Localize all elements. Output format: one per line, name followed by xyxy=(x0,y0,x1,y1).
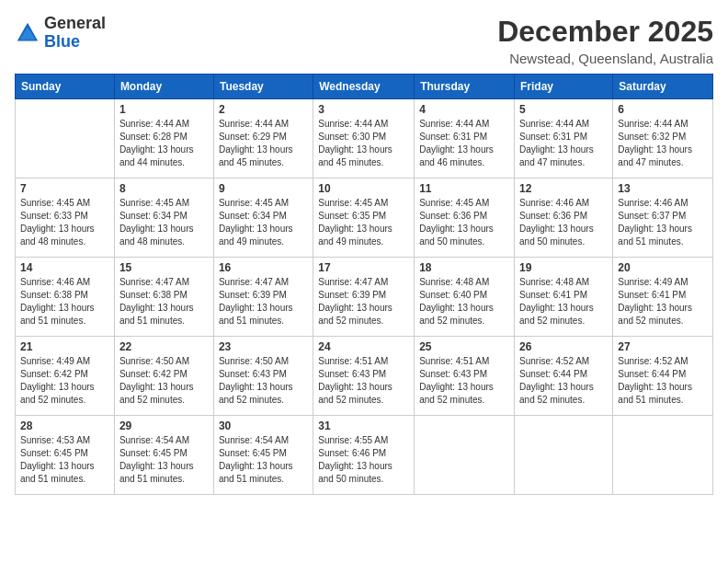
day-cell: 24Sunrise: 4:51 AMSunset: 6:43 PMDayligh… xyxy=(313,337,415,416)
day-number: 20 xyxy=(618,261,708,274)
day-number: 12 xyxy=(519,182,608,195)
day-cell: 16Sunrise: 4:47 AMSunset: 6:39 PMDayligh… xyxy=(213,258,313,337)
day-number: 3 xyxy=(318,103,409,116)
day-number: 24 xyxy=(318,340,409,353)
day-cell: 4Sunrise: 4:44 AMSunset: 6:31 PMDaylight… xyxy=(415,99,515,178)
day-cell xyxy=(613,416,713,495)
day-number: 29 xyxy=(119,419,209,432)
day-cell: 12Sunrise: 4:46 AMSunset: 6:36 PMDayligh… xyxy=(515,178,613,258)
day-cell: 8Sunrise: 4:45 AMSunset: 6:34 PMDaylight… xyxy=(114,178,213,258)
day-cell: 3Sunrise: 4:44 AMSunset: 6:30 PMDaylight… xyxy=(313,99,415,178)
header-row: SundayMondayTuesdayWednesdayThursdayFrid… xyxy=(16,75,713,99)
page-header: General Blue December 2025 Newstead, Que… xyxy=(15,15,713,66)
day-cell: 29Sunrise: 4:54 AMSunset: 6:45 PMDayligh… xyxy=(114,416,213,495)
week-row: 1Sunrise: 4:44 AMSunset: 6:28 PMDaylight… xyxy=(16,99,713,178)
day-number: 23 xyxy=(219,340,308,353)
day-info: Sunrise: 4:44 AMSunset: 6:32 PMDaylight:… xyxy=(618,118,708,169)
day-cell: 11Sunrise: 4:45 AMSunset: 6:36 PMDayligh… xyxy=(415,178,515,258)
day-info: Sunrise: 4:52 AMSunset: 6:44 PMDaylight:… xyxy=(519,355,608,407)
day-number: 14 xyxy=(20,261,109,274)
day-info: Sunrise: 4:45 AMSunset: 6:35 PMDaylight:… xyxy=(318,197,409,248)
day-cell: 28Sunrise: 4:53 AMSunset: 6:45 PMDayligh… xyxy=(16,416,115,495)
day-number: 31 xyxy=(318,419,409,432)
day-cell: 31Sunrise: 4:55 AMSunset: 6:46 PMDayligh… xyxy=(313,416,415,495)
day-info: Sunrise: 4:46 AMSunset: 6:38 PMDaylight:… xyxy=(20,276,109,327)
day-number: 25 xyxy=(419,340,509,353)
day-info: Sunrise: 4:50 AMSunset: 6:43 PMDaylight:… xyxy=(219,355,308,407)
day-info: Sunrise: 4:51 AMSunset: 6:43 PMDaylight:… xyxy=(318,355,409,407)
week-row: 21Sunrise: 4:49 AMSunset: 6:42 PMDayligh… xyxy=(16,337,713,416)
week-row: 28Sunrise: 4:53 AMSunset: 6:45 PMDayligh… xyxy=(16,416,713,495)
day-info: Sunrise: 4:52 AMSunset: 6:44 PMDaylight:… xyxy=(618,355,708,407)
week-row: 7Sunrise: 4:45 AMSunset: 6:33 PMDaylight… xyxy=(16,178,713,258)
day-info: Sunrise: 4:48 AMSunset: 6:41 PMDaylight:… xyxy=(519,276,608,327)
day-cell: 13Sunrise: 4:46 AMSunset: 6:37 PMDayligh… xyxy=(613,178,713,258)
day-number: 7 xyxy=(20,182,109,195)
day-number: 16 xyxy=(219,261,308,274)
title-block: December 2025 Newstead, Queensland, Aust… xyxy=(497,15,713,66)
day-info: Sunrise: 4:45 AMSunset: 6:34 PMDaylight:… xyxy=(219,197,308,248)
day-info: Sunrise: 4:55 AMSunset: 6:46 PMDaylight:… xyxy=(318,434,409,486)
day-cell: 22Sunrise: 4:50 AMSunset: 6:42 PMDayligh… xyxy=(114,337,213,416)
day-cell xyxy=(515,416,613,495)
day-info: Sunrise: 4:44 AMSunset: 6:28 PMDaylight:… xyxy=(119,118,209,169)
day-number: 15 xyxy=(119,261,209,274)
day-info: Sunrise: 4:48 AMSunset: 6:40 PMDaylight:… xyxy=(419,276,509,327)
day-cell: 23Sunrise: 4:50 AMSunset: 6:43 PMDayligh… xyxy=(213,337,313,416)
day-info: Sunrise: 4:51 AMSunset: 6:43 PMDaylight:… xyxy=(419,355,509,407)
day-info: Sunrise: 4:47 AMSunset: 6:38 PMDaylight:… xyxy=(119,276,209,327)
day-cell: 17Sunrise: 4:47 AMSunset: 6:39 PMDayligh… xyxy=(313,258,415,337)
day-info: Sunrise: 4:45 AMSunset: 6:34 PMDaylight:… xyxy=(119,197,209,248)
day-number: 27 xyxy=(618,340,708,353)
day-cell: 1Sunrise: 4:44 AMSunset: 6:28 PMDaylight… xyxy=(114,99,213,178)
day-number: 19 xyxy=(519,261,608,274)
day-cell: 30Sunrise: 4:54 AMSunset: 6:45 PMDayligh… xyxy=(213,416,313,495)
day-number: 21 xyxy=(20,340,109,353)
day-info: Sunrise: 4:53 AMSunset: 6:45 PMDaylight:… xyxy=(20,434,109,486)
day-info: Sunrise: 4:46 AMSunset: 6:37 PMDaylight:… xyxy=(618,197,708,248)
day-number: 10 xyxy=(318,182,409,195)
day-cell: 25Sunrise: 4:51 AMSunset: 6:43 PMDayligh… xyxy=(415,337,515,416)
month-title: December 2025 xyxy=(497,15,713,49)
day-info: Sunrise: 4:44 AMSunset: 6:29 PMDaylight:… xyxy=(219,118,308,169)
day-info: Sunrise: 4:49 AMSunset: 6:42 PMDaylight:… xyxy=(20,355,109,407)
weekday-header: Sunday xyxy=(16,75,115,99)
day-cell: 14Sunrise: 4:46 AMSunset: 6:38 PMDayligh… xyxy=(16,258,115,337)
weekday-header: Tuesday xyxy=(213,75,313,99)
day-cell: 10Sunrise: 4:45 AMSunset: 6:35 PMDayligh… xyxy=(313,178,415,258)
day-cell: 20Sunrise: 4:49 AMSunset: 6:41 PMDayligh… xyxy=(613,258,713,337)
day-cell: 5Sunrise: 4:44 AMSunset: 6:31 PMDaylight… xyxy=(515,99,613,178)
day-number: 13 xyxy=(618,182,708,195)
day-cell: 7Sunrise: 4:45 AMSunset: 6:33 PMDaylight… xyxy=(16,178,115,258)
day-cell: 6Sunrise: 4:44 AMSunset: 6:32 PMDaylight… xyxy=(613,99,713,178)
day-number: 17 xyxy=(318,261,409,274)
day-info: Sunrise: 4:50 AMSunset: 6:42 PMDaylight:… xyxy=(119,355,209,407)
logo-text: General Blue xyxy=(44,15,106,52)
day-cell: 9Sunrise: 4:45 AMSunset: 6:34 PMDaylight… xyxy=(213,178,313,258)
day-info: Sunrise: 4:45 AMSunset: 6:33 PMDaylight:… xyxy=(20,197,109,248)
day-cell: 18Sunrise: 4:48 AMSunset: 6:40 PMDayligh… xyxy=(415,258,515,337)
weekday-header: Saturday xyxy=(613,75,713,99)
day-number: 18 xyxy=(419,261,509,274)
location: Newstead, Queensland, Australia xyxy=(497,51,713,66)
day-info: Sunrise: 4:44 AMSunset: 6:31 PMDaylight:… xyxy=(419,118,509,169)
day-number: 11 xyxy=(419,182,509,195)
day-number: 1 xyxy=(119,103,209,116)
day-info: Sunrise: 4:54 AMSunset: 6:45 PMDaylight:… xyxy=(219,434,308,486)
day-cell: 26Sunrise: 4:52 AMSunset: 6:44 PMDayligh… xyxy=(515,337,613,416)
week-row: 14Sunrise: 4:46 AMSunset: 6:38 PMDayligh… xyxy=(16,258,713,337)
weekday-header: Thursday xyxy=(415,75,515,99)
weekday-header: Wednesday xyxy=(313,75,415,99)
day-info: Sunrise: 4:49 AMSunset: 6:41 PMDaylight:… xyxy=(618,276,708,327)
day-info: Sunrise: 4:46 AMSunset: 6:36 PMDaylight:… xyxy=(519,197,608,248)
day-cell: 21Sunrise: 4:49 AMSunset: 6:42 PMDayligh… xyxy=(16,337,115,416)
day-cell: 19Sunrise: 4:48 AMSunset: 6:41 PMDayligh… xyxy=(515,258,613,337)
day-number: 4 xyxy=(419,103,509,116)
weekday-header: Friday xyxy=(515,75,613,99)
day-cell: 15Sunrise: 4:47 AMSunset: 6:38 PMDayligh… xyxy=(114,258,213,337)
day-info: Sunrise: 4:54 AMSunset: 6:45 PMDaylight:… xyxy=(119,434,209,486)
day-cell xyxy=(16,99,115,178)
day-number: 26 xyxy=(519,340,608,353)
day-number: 5 xyxy=(519,103,608,116)
day-number: 9 xyxy=(219,182,308,195)
